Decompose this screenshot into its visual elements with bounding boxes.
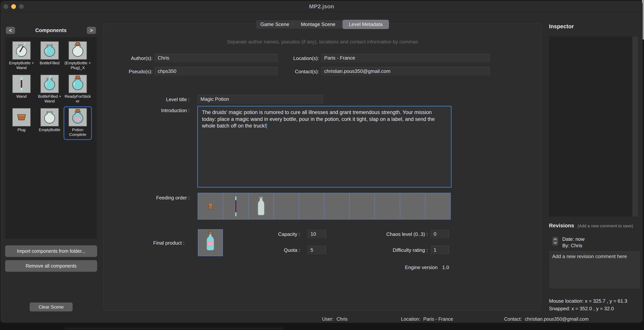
bottle-empty-icon — [40, 108, 59, 126]
level-title-input[interactable] — [198, 95, 323, 103]
app-window: MP2.json < Components > EmptyBottle + Wa… — [0, 1, 643, 323]
revisions-hint: (Add a new comment to save) — [578, 224, 633, 228]
tab-montage-scene[interactable]: Montage Scene — [294, 20, 343, 29]
component-item-label: EmptyBottle — [36, 128, 63, 132]
revision-date: Date: now — [562, 236, 584, 242]
locations-input[interactable] — [321, 54, 490, 62]
bottle-filled-icon — [40, 41, 59, 60]
feeding-slot-5-empty[interactable] — [299, 193, 324, 219]
introduction-label: Introduction : — [152, 108, 190, 114]
contacts-input[interactable] — [321, 67, 490, 75]
status-contact: Contact: christian.pous350@gmail.com — [504, 316, 588, 322]
component-item-label: BottleFilled + Wand — [36, 94, 63, 104]
component-item-potion-complete[interactable]: Potion Complete — [64, 106, 92, 140]
feeding-slot-9-empty[interactable] — [400, 193, 425, 219]
pseudos-input[interactable] — [155, 67, 278, 75]
text-caret — [266, 123, 267, 129]
engine-version-label: Engine version — [405, 265, 438, 270]
final-product-label: Final product : — [146, 240, 184, 246]
authors-label: Author(s): — [114, 55, 152, 61]
inspector-panel — [549, 36, 638, 216]
titlebar[interactable]: MP2.json — [0, 1, 642, 12]
component-item-label: Wand — [8, 94, 35, 99]
tab-level-metadata[interactable]: Level Metadata — [342, 20, 389, 29]
component-item-label: BottleFilled — [36, 61, 63, 65]
components-prev-button[interactable]: < — [6, 27, 15, 34]
status-user: User: Chris — [322, 316, 348, 322]
revisions-title: Revisions — [549, 223, 574, 229]
status-location: Location: Paris - France — [401, 316, 453, 322]
level-title-label: Level title : — [152, 97, 190, 103]
revision-author: By: Chris — [562, 243, 582, 249]
feeding-order-strip[interactable] — [198, 193, 451, 220]
status-location-label: Location: — [401, 316, 420, 322]
final-product-slot[interactable] — [198, 229, 223, 256]
engine-version: Engine version 1.0 — [405, 265, 449, 270]
difficulty-rating-input[interactable] — [431, 246, 449, 254]
engine-version-value: 1.0 — [442, 265, 449, 270]
import-components-button[interactable]: Import components from folder... — [5, 245, 97, 257]
revision-comment-textarea[interactable]: Add a new revision comment here — [549, 251, 640, 288]
chaos-level-input[interactable] — [431, 230, 449, 238]
component-item-label: Plug — [8, 128, 35, 132]
feeding-slot-8-empty[interactable] — [374, 193, 400, 219]
components-grid: EmptyBottle + WandBottleFilled(EmptyBott… — [5, 37, 97, 140]
component-item-readyforsticker[interactable]: ReadyForSticker — [64, 73, 92, 106]
components-list: EmptyBottle + WandBottleFilled(EmptyBott… — [5, 37, 97, 239]
introduction-textarea[interactable]: The druids' magic potion is rumored to c… — [197, 106, 452, 187]
component-item-label: EmptyBottle + Wand — [8, 61, 35, 70]
feeding-slot-10-empty[interactable] — [425, 193, 450, 219]
component-item-bottlefilled[interactable]: BottleFilled — [36, 40, 64, 73]
component-item-bottlefilled-wand[interactable]: BottleFilled + Wand — [36, 73, 64, 106]
scene-tabbar: Game Scene Montage Scene Level Metadata — [256, 20, 389, 29]
component-item-emptybottle-plug-x[interactable]: (EmptyBottle + Plug)_X — [64, 40, 92, 73]
window-title: MP2.json — [0, 3, 642, 10]
component-item-label: (EmptyBottle + Plug)_X — [64, 61, 91, 70]
bottle-wand-icon — [12, 41, 30, 60]
tab-game-scene[interactable]: Game Scene — [256, 20, 294, 29]
component-item-plug[interactable]: Plug — [8, 106, 36, 140]
chevron-up-icon — [554, 238, 557, 240]
revision-stepper[interactable] — [552, 237, 558, 245]
chevron-down-icon — [554, 242, 557, 244]
chaos-level-label: Chaos level (0..3) : — [362, 231, 428, 237]
contacts-label: Contact(s): — [282, 69, 319, 75]
status-contact-label: Contact: — [504, 316, 522, 322]
wand-icon — [12, 75, 30, 93]
feeding-slot-3-slot-bottle[interactable] — [248, 193, 274, 219]
status-user-value: Chris — [336, 316, 348, 322]
component-item-wand[interactable]: Wand — [8, 73, 36, 106]
bottle-plug-icon — [68, 41, 87, 60]
capacity-input[interactable] — [308, 230, 326, 238]
component-item-emptybottle[interactable]: EmptyBottle — [36, 106, 64, 140]
background-window-cutoff — [64, 328, 283, 330]
remove-all-components-button[interactable]: Remove all components — [5, 260, 97, 272]
final-potion-icon — [204, 231, 216, 254]
bottle-ready-icon — [68, 75, 87, 93]
quota-label: Quota : — [263, 247, 300, 253]
mouse-location-readout: Mouse location: x = 325.7 , y = 61.3 — [549, 298, 627, 304]
feeding-slot-2-slot-wand[interactable] — [223, 193, 248, 219]
status-location-value: Paris - France — [423, 316, 453, 322]
feeding-slot-6-empty[interactable] — [324, 193, 349, 219]
locations-label: Location(s): — [282, 55, 319, 61]
plug-icon — [12, 108, 30, 126]
snapped-location-readout: Snapped: x = 352.0 , y = 32.0 — [549, 306, 614, 312]
feeding-slot-1-slot-plug[interactable] — [198, 193, 223, 219]
inspector-scrollbar[interactable] — [632, 36, 638, 216]
feeding-order-label: Feeding order : — [152, 195, 190, 201]
clear-scene-button[interactable]: Clear Scene — [30, 303, 72, 311]
authors-input[interactable] — [155, 54, 278, 62]
pseudos-label: Pseudo(s): — [114, 69, 152, 75]
status-user-label: User: — [322, 316, 334, 322]
feeding-slot-7-empty[interactable] — [349, 193, 374, 219]
potion-complete-icon — [68, 108, 87, 126]
quota-input[interactable] — [308, 246, 326, 254]
component-item-emptybottle-wand[interactable]: EmptyBottle + Wand — [8, 40, 36, 73]
feeding-slot-4-empty[interactable] — [274, 193, 299, 219]
capacity-label: Capacity : — [263, 231, 300, 237]
introduction-text: The druids' magic potion is rumored to c… — [202, 110, 435, 129]
components-next-button[interactable]: > — [87, 27, 96, 34]
status-contact-value: christian.pous350@gmail.com — [525, 316, 588, 322]
tab-montage-label: Montage Scene — [301, 21, 336, 27]
